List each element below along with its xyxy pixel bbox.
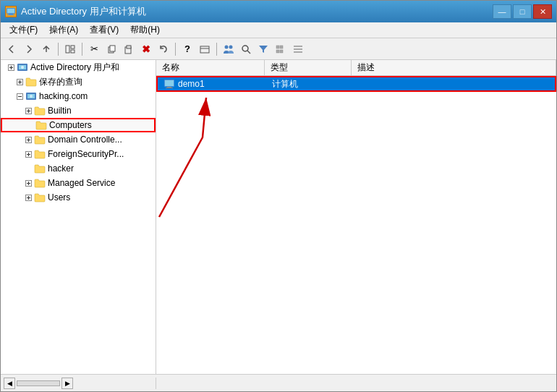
menu-action[interactable]: 操作(A) (43, 22, 84, 38)
titlebar-buttons: — □ ✕ (493, 4, 552, 19)
svg-rect-20 (280, 50, 283, 53)
toolbar-sep-1 (58, 43, 59, 56)
svg-point-13 (225, 45, 229, 48)
computer-row-icon (163, 79, 175, 89)
svg-rect-10 (127, 46, 131, 48)
managed-icon (34, 177, 46, 189)
col-header-type[interactable]: 类型 (265, 60, 352, 75)
tree-item-foreign[interactable]: ForeignSecurityPr... (1, 147, 156, 161)
toolbar-sep-4 (216, 43, 217, 56)
svg-point-37 (30, 95, 33, 98)
tree-label-hacker: hacker (48, 163, 74, 174)
delete-button[interactable]: ✖ (138, 41, 154, 57)
maximize-button[interactable]: □ (513, 4, 532, 19)
menu-help[interactable]: 帮助(H) (124, 22, 166, 38)
filter-button[interactable] (255, 41, 271, 57)
hacking-icon (25, 90, 37, 102)
svg-rect-19 (276, 50, 279, 53)
builtin-icon (34, 105, 46, 116)
expand-saved[interactable] (15, 77, 24, 86)
close-button[interactable]: ✕ (533, 4, 552, 19)
svg-rect-21 (294, 46, 302, 47)
scroll-right-button[interactable]: ▶ (61, 378, 73, 389)
tree-label-builtin: Builtin (48, 106, 72, 116)
svg-rect-3 (7, 9, 14, 13)
tree-item-builtin[interactable]: Builtin (1, 103, 156, 118)
tree-item-hacking[interactable]: hacking.com (1, 89, 156, 103)
toolbar-sep-3 (175, 43, 176, 56)
tree-panel: Active Directory 用户和 保存的查询 (1, 60, 156, 374)
svg-line-16 (247, 51, 250, 54)
details-button[interactable] (290, 41, 306, 57)
right-panel: 名称 类型 描述 (156, 60, 556, 374)
expand-root[interactable] (7, 63, 15, 72)
up-button[interactable] (38, 41, 54, 57)
list-cell-desc (353, 82, 555, 85)
list-row-demo1[interactable]: demo1 计算机 (156, 76, 556, 92)
tree-item-computers[interactable]: Computers (1, 118, 156, 132)
svg-point-15 (242, 46, 248, 51)
svg-rect-17 (276, 46, 279, 48)
status-left: ◀ ▶ (1, 378, 156, 389)
scroll-track[interactable] (17, 380, 60, 386)
cut-button[interactable]: ✂ (86, 41, 102, 57)
svg-rect-11 (200, 46, 209, 53)
root-icon (17, 61, 28, 73)
tree-label-dc: Domain Controlle... (48, 135, 122, 145)
minimize-button[interactable]: — (493, 4, 511, 19)
export-button[interactable] (197, 41, 213, 57)
svg-rect-22 (294, 48, 302, 50)
copy-button[interactable] (103, 41, 119, 57)
app-icon (5, 6, 17, 17)
col-header-desc[interactable]: 描述 (352, 60, 556, 75)
view-button[interactable] (273, 41, 289, 57)
svg-rect-4 (66, 46, 69, 53)
undo-button[interactable] (156, 41, 171, 57)
expand-builtin[interactable] (24, 106, 33, 115)
list-header: 名称 类型 描述 (156, 60, 556, 76)
users-button[interactable] (221, 41, 237, 57)
menu-file[interactable]: 文件(F) (4, 22, 43, 38)
search-button[interactable] (238, 41, 254, 57)
menu-view[interactable]: 查看(V) (84, 22, 124, 38)
tree-item-domain-controllers[interactable]: Domain Controlle... (1, 132, 156, 147)
svg-rect-6 (71, 50, 75, 53)
forward-button[interactable] (21, 41, 37, 57)
expand-hacking[interactable] (15, 92, 24, 101)
hacker-icon (34, 163, 46, 174)
toolbar-sep-2 (82, 43, 82, 56)
tree-item-users[interactable]: Users (1, 190, 156, 205)
tree-label-hacking: hacking.com (39, 91, 88, 101)
svg-rect-18 (280, 46, 283, 48)
paste-button[interactable] (121, 41, 137, 57)
titlebar-left: Active Directory 用户和计算机 (5, 5, 146, 18)
svg-rect-23 (294, 51, 302, 53)
tree-label-root: Active Directory 用户和 (30, 61, 119, 74)
list-cell-name: demo1 (158, 77, 266, 90)
tree-label-users: Users (48, 192, 70, 203)
svg-rect-5 (71, 46, 75, 48)
show-tree-button[interactable] (62, 41, 78, 57)
tree-label-computers: Computers (49, 120, 92, 130)
demo1-name: demo1 (178, 79, 205, 89)
expand-dc[interactable] (24, 135, 33, 144)
dc-icon (34, 134, 46, 145)
tree-item-saved[interactable]: 保存的查询 (1, 74, 156, 89)
back-button[interactable] (4, 41, 20, 57)
users-icon (34, 192, 46, 203)
main-window: Active Directory 用户和计算机 — □ ✕ 文件(F) 操作(A… (0, 0, 557, 392)
expand-foreign[interactable] (24, 150, 33, 158)
expand-users[interactable] (24, 193, 33, 202)
col-header-name[interactable]: 名称 (156, 60, 265, 75)
tree-item-managed[interactable]: Managed Service (1, 176, 156, 190)
scroll-left-button[interactable]: ◀ (4, 378, 15, 389)
svg-rect-2 (7, 14, 14, 15)
svg-point-14 (229, 45, 233, 48)
svg-rect-8 (110, 46, 115, 51)
window-title: Active Directory 用户和计算机 (21, 5, 146, 18)
tree-item-root[interactable]: Active Directory 用户和 (1, 60, 156, 74)
help-button[interactable]: ? (179, 41, 195, 57)
expand-managed[interactable] (24, 179, 33, 187)
tree-item-hacker[interactable]: hacker (1, 161, 156, 176)
main-content: Active Directory 用户和 保存的查询 (1, 60, 556, 374)
